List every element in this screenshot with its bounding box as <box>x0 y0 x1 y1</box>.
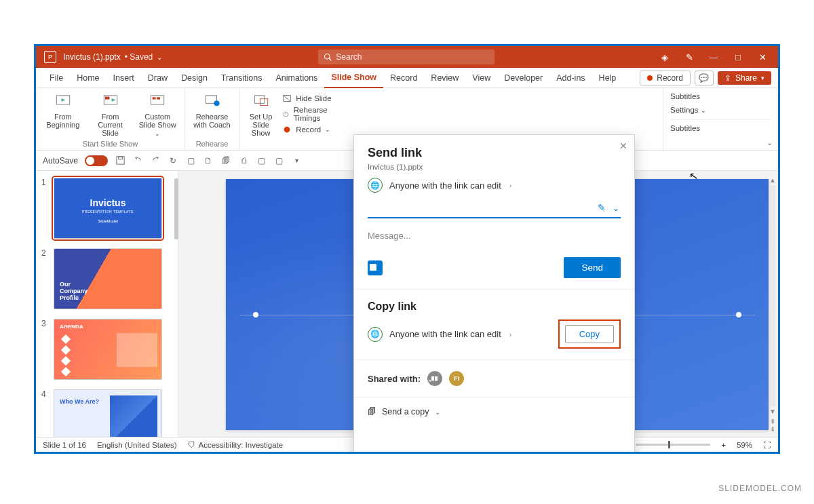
zoom-in-button[interactable]: + <box>721 441 726 449</box>
search-input[interactable]: Search <box>318 50 495 64</box>
from-current-slide-button[interactable]: From Current Slide <box>90 91 131 137</box>
tab-insert[interactable]: Insert <box>106 68 141 88</box>
chevron-down-icon[interactable]: ⌄ <box>613 203 619 213</box>
titlebar: P Invictus (1).pptx • Saved ⌄ Search ◈ ✎… <box>36 46 778 68</box>
record-button[interactable]: Record <box>640 71 691 85</box>
setup-slideshow-button[interactable]: Set Up Slide Show <box>246 91 275 137</box>
tab-developer[interactable]: Developer <box>497 68 549 88</box>
chevron-right-icon: › <box>509 330 512 338</box>
tab-add-ins[interactable]: Add-ins <box>549 68 592 88</box>
zoom-level[interactable]: 59% <box>737 441 752 449</box>
share-button[interactable]: ⇪Share▾ <box>718 71 771 85</box>
thumb-number: 3 <box>41 319 50 380</box>
doc-title: Invictus (1).pptx <box>63 52 121 62</box>
tab-home[interactable]: Home <box>70 68 106 88</box>
svg-marker-6 <box>111 98 115 102</box>
accessibility-status[interactable]: ⛉Accessibility: Investigate <box>188 441 284 449</box>
recipients-input[interactable]: ✎ ⌄ <box>368 205 621 218</box>
globe-icon: 🌐 <box>368 178 383 193</box>
svg-point-18 <box>284 127 290 133</box>
copy-link-title: Copy link <box>368 301 621 313</box>
send-link-title: Send link <box>368 146 621 160</box>
search-placeholder: Search <box>336 52 362 62</box>
pencil-icon[interactable]: ✎ <box>598 202 606 213</box>
premium-icon[interactable]: ◈ <box>659 52 671 62</box>
watermark: SLIDEMODEL.COM <box>718 484 802 493</box>
pen-mode-icon[interactable]: ✎ <box>683 52 695 62</box>
thumb-number: 4 <box>41 389 50 437</box>
vertical-scrollbar[interactable]: ▲▼ ⇞⇟ <box>769 176 777 431</box>
avatar: �ུ� <box>427 371 442 386</box>
from-beginning-button[interactable]: From Beginning <box>43 91 83 137</box>
slide-thumbnail-1[interactable]: Invictus PRESENTATION TEMPLATE SlideMode… <box>54 178 162 239</box>
group-label-start: Start Slide Show <box>43 140 178 150</box>
qat-more-icon[interactable]: ▾ <box>291 155 302 166</box>
qat-icon-1[interactable]: ▢ <box>185 155 196 166</box>
qat-icon-3[interactable]: 🗐 <box>220 155 231 166</box>
close-icon[interactable]: ✕ <box>619 140 627 151</box>
qat-icon-2[interactable]: 🗋 <box>203 155 214 166</box>
qat-icon-4[interactable]: ⎙ <box>238 155 249 166</box>
tab-animations[interactable]: Animations <box>269 68 325 88</box>
copy-button[interactable]: Copy <box>565 325 614 343</box>
copy-file-icon: 🗐 <box>368 407 376 416</box>
copy-link-settings-button[interactable]: 🌐 Anyone with the link can edit › <box>368 327 511 342</box>
fit-to-window-button[interactable]: ⛶ <box>763 441 771 449</box>
custom-slide-show-button[interactable]: Custom Slide Show ⌄ <box>137 91 178 137</box>
outlook-icon[interactable] <box>368 260 383 275</box>
slide-thumbnail-3[interactable]: AGENDA <box>54 319 162 380</box>
tab-design[interactable]: Design <box>174 68 214 88</box>
send-button[interactable]: Send <box>564 257 621 278</box>
share-dialog: ✕ Send link Invictus (1).pptx 🌐 Anyone w… <box>353 134 635 454</box>
thumb-number: 2 <box>41 248 50 309</box>
shared-with-row[interactable]: Shared with: �ུ� FI <box>368 371 621 386</box>
undo-icon[interactable] <box>132 155 143 166</box>
svg-line-15 <box>284 96 291 102</box>
tab-file[interactable]: File <box>43 68 70 88</box>
tab-view[interactable]: View <box>465 68 497 88</box>
comments-button[interactable]: 💬 <box>695 71 714 85</box>
search-icon <box>324 53 332 61</box>
message-input[interactable]: Message... <box>368 231 621 241</box>
chevron-down-icon: ⌄ <box>435 408 440 416</box>
globe-icon: 🌐 <box>368 327 383 342</box>
svg-rect-5 <box>104 97 109 100</box>
hide-slide-button[interactable]: Hide Slide <box>282 94 341 103</box>
minimize-button[interactable]: — <box>708 52 720 62</box>
slide-thumbnail-4[interactable]: Who We Are? <box>54 389 162 437</box>
maximize-button[interactable]: □ <box>732 52 744 62</box>
zoom-slider[interactable] <box>636 444 710 446</box>
autosave-toggle[interactable] <box>85 155 108 166</box>
language-status[interactable]: English (United States) <box>97 441 177 449</box>
tab-review[interactable]: Review <box>424 68 465 88</box>
slide-counter[interactable]: Slide 1 of 16 <box>43 441 86 449</box>
save-icon[interactable] <box>115 155 125 166</box>
link-settings-button[interactable]: 🌐 Anyone with the link can edit › <box>368 178 621 193</box>
copy-button-highlight: Copy <box>558 319 621 349</box>
collapse-ribbon-icon[interactable]: ⌄ <box>767 138 773 147</box>
thumbnails-scrollbar[interactable] <box>174 178 178 239</box>
record-dropdown-button[interactable]: Record ⌄ <box>282 125 341 134</box>
slide-thumbnails-panel: 1 Invictus PRESENTATION TEMPLATE SlideMo… <box>36 171 178 437</box>
tab-draw[interactable]: Draw <box>141 68 174 88</box>
close-button[interactable]: ✕ <box>756 52 769 62</box>
thumb-number: 1 <box>41 178 50 239</box>
ribbon-tabs: File Home Insert Draw Design Transitions… <box>36 68 778 88</box>
chevron-right-icon: › <box>509 181 512 189</box>
tab-record[interactable]: Record <box>383 68 424 88</box>
svg-marker-3 <box>61 98 65 102</box>
repeat-icon[interactable]: ↻ <box>168 155 178 166</box>
slide-thumbnail-2[interactable]: Our Company Profile <box>54 248 162 309</box>
send-a-copy-button[interactable]: 🗐 Send a copy ⌄ <box>354 398 634 426</box>
redo-icon[interactable] <box>150 155 161 166</box>
title-chevron-icon[interactable]: ⌄ <box>157 54 162 61</box>
tab-transitions[interactable]: Transitions <box>214 68 269 88</box>
svg-rect-8 <box>153 97 156 99</box>
tab-help[interactable]: Help <box>592 68 623 88</box>
rehearse-coach-button[interactable]: Rehearse with Coach <box>192 91 232 129</box>
rehearse-timings-button[interactable]: Rehearse Timings <box>282 106 341 122</box>
qat-icon-5[interactable]: ▢ <box>256 155 267 166</box>
qat-icon-6[interactable]: ▢ <box>273 155 284 166</box>
tab-slide-show[interactable]: Slide Show <box>324 68 383 88</box>
svg-rect-13 <box>260 99 267 106</box>
